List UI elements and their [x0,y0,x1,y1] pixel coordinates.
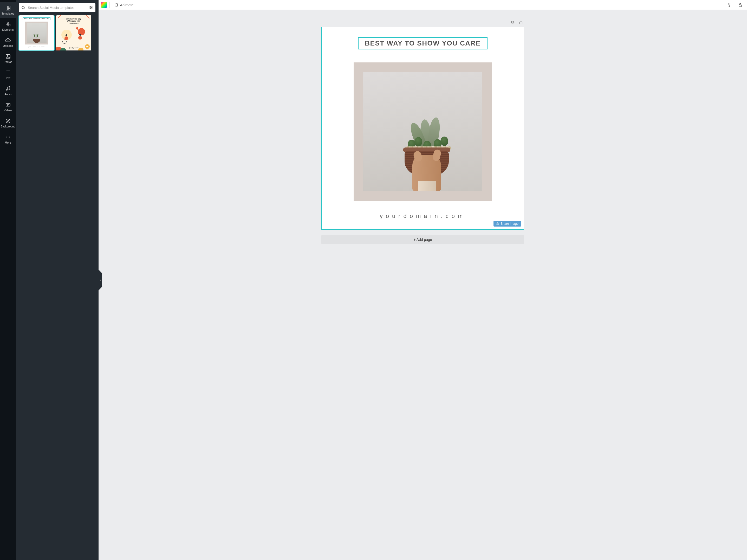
svg-point-11 [7,137,8,137]
share-image-button[interactable]: Share Image [493,221,521,227]
lock-icon[interactable] [738,2,743,7]
svg-rect-18 [739,5,742,6]
more-icon [5,134,11,140]
uploads-icon [5,37,11,43]
animate-icon [114,3,119,7]
color-picker[interactable] [101,2,107,8]
side-panel: BEST WAY TO SHOW YOU CARE yourdomain.com… [16,0,99,560]
search-wrap [19,3,96,12]
audio-icon [5,86,11,92]
headline-box[interactable]: BEST WAY TO SHOW YOU CARE [358,37,487,49]
photo-inner-border [363,72,482,191]
nav-templates-label: Templates [2,12,14,15]
templates-icon [5,5,11,11]
template-1-frame [25,22,48,45]
divider [109,2,110,8]
main: Animate BEST WAY TO SHOW YOU CARE [99,0,747,560]
nav-elements-label: Elements [2,28,14,31]
nav-background-label: Background [1,125,15,128]
template-1-title: BEST WAY TO SHOW YOU CARE [23,18,51,20]
nav-videos[interactable]: Videos [0,99,16,115]
premium-badge [85,44,90,49]
nav-photos[interactable]: Photos [0,50,16,67]
background-icon [5,118,11,124]
duplicate-page-icon[interactable] [511,20,515,25]
styles-icon[interactable] [727,2,732,7]
export-page-icon[interactable] [519,20,523,25]
template-card-2[interactable]: International Day of Persons with Disabi… [56,15,91,50]
svg-rect-19 [512,22,514,24]
videos-icon [5,102,11,108]
share-image-label: Share Image [500,222,518,226]
svg-point-17 [115,3,118,6]
template-1-domain: yourdomain.com [28,46,45,48]
svg-point-13 [22,6,24,9]
svg-rect-20 [512,21,514,23]
page-controls [321,20,524,27]
nav-text-label: Text [5,76,10,80]
search-icon [21,5,26,10]
domain-text[interactable]: yourdomain.com [380,213,466,220]
nav-elements[interactable]: Elements [0,18,16,34]
nav-templates[interactable]: Templates [0,2,16,18]
nav-text[interactable]: Text [0,67,16,83]
search-input[interactable] [26,6,89,9]
photo-image[interactable] [363,72,482,191]
text-icon [5,70,11,75]
svg-point-3 [6,24,7,26]
svg-rect-2 [8,8,10,10]
canvas-page[interactable]: BEST WAY TO SHOW YOU CARE [321,27,524,230]
nav-videos-label: Videos [4,109,12,112]
nav-more-label: More [5,141,11,144]
chevron-left-icon [99,279,101,281]
add-page-label: + Add page [413,237,432,241]
nav-background[interactable]: Background [0,115,16,131]
template-card-1[interactable]: BEST WAY TO SHOW YOU CARE yourdomain.com [19,15,54,50]
canvas-area[interactable]: BEST WAY TO SHOW YOU CARE [99,10,747,560]
nav-photos-label: Photos [4,60,12,63]
template-2-subtitle: @reallygreatsite [69,47,79,49]
animate-label: Animate [120,3,133,7]
photos-icon [5,54,11,59]
layers-icon [496,222,499,225]
nav-audio-label: Audio [4,93,11,96]
crown-icon [86,45,89,48]
sidebar-nav: Templates Elements Uploads Photos Text A… [0,0,16,560]
nav-audio[interactable]: Audio [0,83,16,99]
nav-uploads[interactable]: Uploads [0,34,16,50]
nav-uploads-label: Uploads [3,44,13,47]
svg-point-7 [6,90,7,91]
svg-rect-0 [6,6,7,10]
svg-point-14 [90,6,91,7]
topbar: Animate [99,0,747,10]
filter-icon[interactable] [89,5,93,10]
template-2-art [57,24,90,47]
svg-rect-4 [8,24,10,26]
svg-point-10 [6,137,7,137]
photo-frame[interactable] [354,62,492,201]
svg-point-16 [90,8,91,9]
template-2-title: International Day of Persons with Disabi… [66,18,81,24]
elements-icon [5,21,11,27]
add-page-button[interactable]: + Add page [321,235,524,244]
headline-text: BEST WAY TO SHOW YOU CARE [365,39,481,47]
svg-point-15 [91,7,92,8]
svg-point-8 [8,89,9,90]
svg-point-6 [7,55,8,56]
svg-rect-1 [8,6,10,8]
animate-button[interactable]: Animate [112,2,135,8]
nav-more[interactable]: More [0,131,16,147]
templates-grid: BEST WAY TO SHOW YOU CARE yourdomain.com… [19,15,96,50]
svg-point-12 [9,137,10,137]
canvas-wrap: BEST WAY TO SHOW YOU CARE [321,27,524,230]
